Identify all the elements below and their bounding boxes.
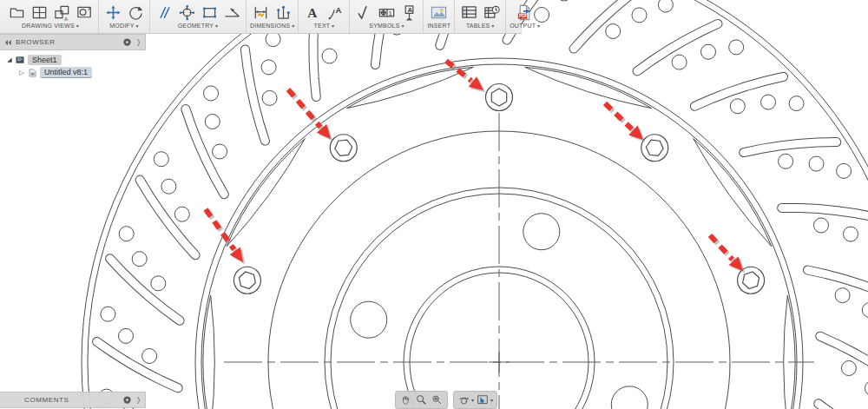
edge-extend-button[interactable] <box>221 2 242 23</box>
sheet-icon <box>14 55 28 65</box>
drill-hole <box>132 252 147 267</box>
toolbar-group-label[interactable]: OUTPUT ▾ <box>510 23 540 29</box>
linear-dimension-icon <box>252 3 270 22</box>
toolbar-group-label-text: DIMENSIONS <box>250 23 290 29</box>
drill-hole <box>213 144 227 159</box>
chevron-down-icon: ▾ <box>214 23 218 29</box>
comments-panel-header[interactable]: COMMENTS ❭ <box>0 392 146 408</box>
insert-image-button[interactable] <box>429 2 450 23</box>
panel-resize-handle-icon[interactable]: ❭ <box>135 396 141 404</box>
chevron-down-icon: ▾ <box>490 23 494 29</box>
leader-text-button[interactable]: A <box>325 2 345 23</box>
leader-text-icon: A <box>326 3 345 22</box>
collapsed-triangle-icon[interactable]: ▷ <box>17 69 26 76</box>
drill-hole <box>658 0 673 12</box>
view-navigation-bar: ▾▾ <box>395 391 497 409</box>
browser-row-label[interactable]: Sheet1 <box>28 55 62 65</box>
panel-options-icon[interactable] <box>122 37 132 47</box>
comments-panel-title: COMMENTS <box>3 396 119 404</box>
drill-hole <box>837 163 852 178</box>
browser-row-label[interactable]: Untitled v8:1 <box>40 67 92 78</box>
toolbar-group-label-text: MODIFY <box>109 23 134 29</box>
zoom-window-button[interactable] <box>430 393 444 407</box>
datum-identifier-button[interactable]: A <box>398 2 419 23</box>
toolbar-group-tables: TABLES ▾ <box>455 0 506 33</box>
toolbar-group-label[interactable]: TEXT ▾ <box>314 23 335 29</box>
revision-table-button[interactable] <box>481 2 502 23</box>
component-icon <box>26 68 40 78</box>
drill-hole <box>814 218 829 233</box>
chevron-down-icon: ▾ <box>290 23 294 29</box>
navbar-group-display: ▾▾ <box>453 391 497 409</box>
toolbar-group-drawing-views: AADRAWING VIEWS ▾ <box>3 0 99 33</box>
chevron-down-icon: ▾ <box>471 397 474 403</box>
main-toolbar: AADRAWING VIEWS ▾MODIFY ▾GEOMETRY ▾DIMEN… <box>0 0 522 34</box>
surface-finish-button[interactable] <box>353 2 374 23</box>
rectangle-points-icon <box>201 3 219 22</box>
toolbar-group-label-text: TEXT <box>314 23 331 29</box>
detail-view-icon: A <box>76 3 94 22</box>
toolbar-group-label[interactable]: DIMENSIONS ▾ <box>250 23 294 29</box>
parallel-lines-button[interactable] <box>154 2 174 23</box>
sheet-views-button[interactable] <box>29 2 49 23</box>
sheet-views-icon <box>30 3 49 22</box>
baseline-dimension-button[interactable] <box>273 2 294 23</box>
zoom-button[interactable] <box>414 393 429 407</box>
drill-hole <box>730 99 745 114</box>
zoom-icon <box>415 393 428 406</box>
drill-hole <box>119 328 134 343</box>
drill-hole <box>204 86 219 101</box>
feature-control-frame-button[interactable]: 1 <box>376 2 397 23</box>
toolbar-group-label[interactable]: TABLES ▾ <box>466 23 495 29</box>
projected-view-icon: A <box>53 3 71 22</box>
drill-hole <box>835 288 850 303</box>
browser-panel: BROWSER ❭ ◢Sheet1▷Untitled v8:1 <box>0 34 146 80</box>
expanded-triangle-icon[interactable]: ◢ <box>5 56 14 63</box>
hex-socket <box>491 89 506 106</box>
browser-row-sheet1[interactable]: ◢Sheet1 <box>5 54 146 65</box>
svg-text:A: A <box>88 6 91 11</box>
drill-hole <box>789 96 804 111</box>
projected-view-button[interactable]: A <box>51 2 72 23</box>
output-pdf-button[interactable]: PDF <box>515 2 536 23</box>
chevron-down-icon: ▾ <box>135 23 139 29</box>
toolbar-group-label-text: SYMBOLS <box>369 23 399 29</box>
text-button[interactable]: A <box>302 2 323 23</box>
toolbar-group-label[interactable]: SYMBOLS ▾ <box>369 23 404 29</box>
table-button[interactable] <box>458 2 479 23</box>
rotate-button[interactable] <box>125 2 146 23</box>
toolbar-group-output: PDFOUTPUT ▾ <box>506 0 543 33</box>
drill-hole <box>729 40 744 55</box>
browser-row-untitled-v8-1[interactable]: ▷Untitled v8:1 <box>5 67 146 78</box>
center-mark-icon <box>178 3 196 22</box>
chevron-down-icon: ▾ <box>330 23 334 29</box>
toolbar-group-label[interactable]: INSERT <box>427 23 450 29</box>
collapse-panel-icon[interactable] <box>3 38 12 47</box>
browser-panel-title: BROWSER <box>16 38 119 46</box>
toolbar-group-label[interactable]: GEOMETRY ▾ <box>178 23 219 29</box>
drill-hole <box>701 44 716 59</box>
toolbar-group-label-text: DRAWING VIEWS <box>22 23 75 29</box>
drill-hole <box>119 227 134 241</box>
toolbar-group-text: AATEXT ▾ <box>299 0 350 33</box>
insert-image-icon <box>430 3 448 22</box>
pan-button[interactable] <box>398 393 413 407</box>
orbit-button[interactable]: ▾ <box>457 393 475 407</box>
toolbar-group-label[interactable]: MODIFY ▾ <box>109 23 139 29</box>
toolbar-groups: AADRAWING VIEWS ▾MODIFY ▾GEOMETRY ▾DIMEN… <box>3 0 543 33</box>
app-window: AADRAWING VIEWS ▾MODIFY ▾GEOMETRY ▾DIMEN… <box>0 0 868 409</box>
panel-options-icon[interactable] <box>122 395 132 405</box>
base-view-button[interactable] <box>6 2 27 23</box>
toolbar-group-dimensions: DIMENSIONS ▾ <box>247 0 299 33</box>
table-icon <box>460 3 478 22</box>
linear-dimension-button[interactable] <box>251 2 272 23</box>
panel-resize-handle-icon[interactable]: ❭ <box>135 38 141 46</box>
detail-view-button[interactable]: A <box>74 2 95 23</box>
move-button[interactable] <box>102 2 123 23</box>
browser-panel-header[interactable]: BROWSER ❭ <box>0 34 146 50</box>
rectangle-points-button[interactable] <box>199 2 220 23</box>
toolbar-group-label[interactable]: DRAWING VIEWS ▾ <box>22 23 79 29</box>
center-mark-button[interactable] <box>176 2 197 23</box>
display-settings-button[interactable]: ▾ <box>476 393 494 407</box>
drill-hole <box>809 156 824 171</box>
